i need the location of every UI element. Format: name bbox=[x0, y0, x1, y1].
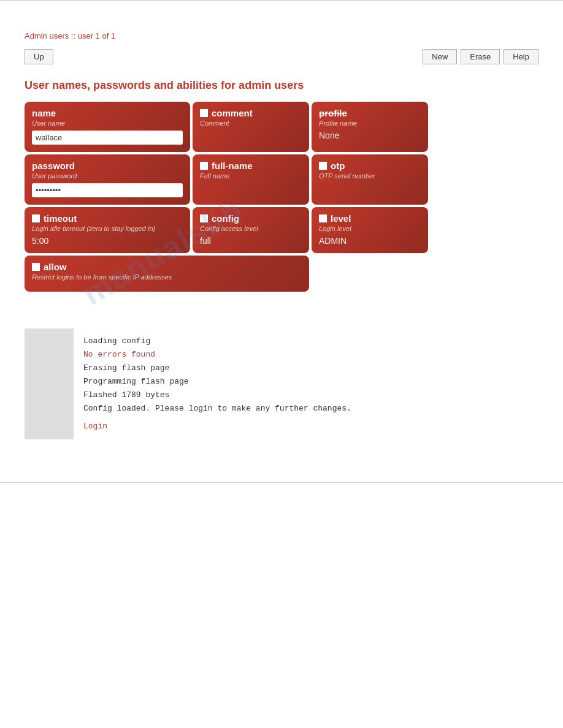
comment-checkbox[interactable] bbox=[200, 109, 208, 117]
breadcrumb-separator: :: bbox=[69, 31, 77, 40]
field-config-value: full bbox=[200, 236, 302, 246]
field-fullname-label: full-name bbox=[200, 161, 302, 171]
field-timeout-sublabel: Login idle timeout (zero to stay logged … bbox=[32, 225, 183, 232]
breadcrumb-current: user 1 of 1 bbox=[78, 31, 115, 40]
field-password-sublabel: User password bbox=[32, 172, 183, 180]
console-line-5: Flashed 1789 bytes bbox=[83, 389, 351, 402]
help-button[interactable]: Help bbox=[504, 49, 538, 64]
field-timeout: timeout Login idle timeout (zero to stay… bbox=[25, 207, 190, 253]
erase-button[interactable]: Erase bbox=[461, 49, 500, 64]
field-level-value: ADMIN bbox=[319, 236, 421, 246]
field-otp-sublabel: OTP serial number bbox=[319, 172, 421, 180]
new-button[interactable]: New bbox=[423, 49, 457, 64]
field-level: level Login level ADMIN bbox=[312, 207, 428, 253]
field-profile-label: profile bbox=[319, 108, 421, 118]
console-line-3: Erasing flash page bbox=[83, 362, 351, 375]
fields-grid: name User name comment Comment profile P… bbox=[25, 102, 429, 292]
field-allow: allow Restrict logins to be from specifi… bbox=[25, 256, 309, 292]
timeout-checkbox[interactable] bbox=[32, 214, 40, 222]
console-area: Loading config No errors found Erasing f… bbox=[25, 328, 538, 439]
console-line-6: Config loaded. Please login to make any … bbox=[83, 402, 351, 415]
console-sidebar bbox=[25, 328, 74, 439]
field-level-sublabel: Login level bbox=[319, 225, 421, 232]
field-comment: comment Comment bbox=[193, 102, 309, 152]
up-button[interactable]: Up bbox=[25, 49, 53, 64]
field-otp-label: otp bbox=[319, 161, 421, 171]
field-comment-sublabel: Comment bbox=[200, 119, 302, 127]
console-line-1: Loading config bbox=[83, 335, 351, 348]
console-line-2: No errors found bbox=[83, 348, 351, 362]
field-profile-sublabel: Profile name bbox=[319, 119, 421, 127]
field-profile: profile Profile name None bbox=[312, 102, 428, 152]
field-fullname-sublabel: Full name bbox=[200, 172, 302, 180]
field-timeout-label: timeout bbox=[32, 213, 183, 224]
field-config-sublabel: Config access level bbox=[200, 225, 302, 232]
name-input[interactable] bbox=[32, 131, 183, 145]
field-password-label: password bbox=[32, 161, 183, 171]
fullname-checkbox[interactable] bbox=[200, 162, 208, 170]
field-profile-value: None bbox=[319, 131, 421, 140]
field-name-label: name bbox=[32, 108, 183, 118]
breadcrumb: Admin users :: user 1 of 1 bbox=[25, 31, 538, 40]
console-line-4: Programming flash page bbox=[83, 375, 351, 389]
field-allow-sublabel: Restrict logins to be from specific IP a… bbox=[32, 273, 302, 281]
field-password: password User password bbox=[25, 154, 190, 205]
level-checkbox[interactable] bbox=[319, 214, 327, 222]
field-config-label: config bbox=[200, 213, 302, 224]
otp-checkbox[interactable] bbox=[319, 162, 327, 170]
toolbar: Up New Erase Help bbox=[25, 49, 538, 64]
field-config: config Config access level full bbox=[193, 207, 309, 253]
section-title: User names, passwords and abilities for … bbox=[25, 79, 538, 92]
field-name-sublabel: User name bbox=[32, 119, 183, 127]
field-timeout-value: 5:00 bbox=[32, 236, 183, 246]
field-name: name User name bbox=[25, 102, 190, 152]
breadcrumb-admin-link[interactable]: Admin users bbox=[25, 31, 69, 40]
field-otp: otp OTP serial number bbox=[312, 154, 428, 205]
console-log: Loading config No errors found Erasing f… bbox=[74, 328, 361, 439]
login-link[interactable]: Login bbox=[83, 420, 107, 433]
field-allow-label: allow bbox=[32, 262, 302, 272]
allow-checkbox[interactable] bbox=[32, 263, 40, 271]
config-checkbox[interactable] bbox=[200, 214, 208, 222]
field-fullname: full-name Full name bbox=[193, 154, 309, 205]
field-level-label: level bbox=[319, 213, 421, 224]
field-comment-label: comment bbox=[200, 108, 302, 118]
password-input[interactable] bbox=[32, 183, 183, 197]
